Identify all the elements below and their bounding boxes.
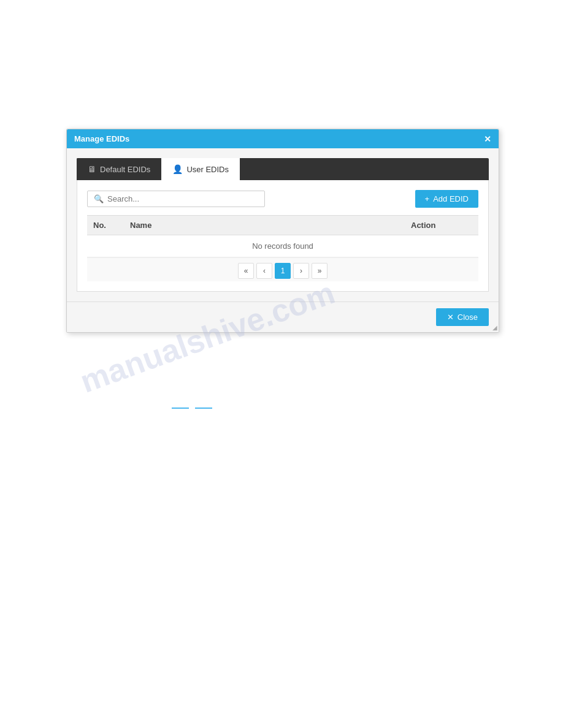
page-background: manualshive.com Manage EDIDs ✕ 🖥 Default… [0, 0, 563, 728]
table-body: No records found [87, 235, 478, 257]
tab-content: 🔍 + Add EDID No. Name Action [77, 180, 489, 292]
close-button[interactable]: ✕ Close [436, 308, 489, 326]
col-action: Action [405, 216, 478, 235]
modal-close-button[interactable]: ✕ [484, 135, 491, 143]
modal-title: Manage EDIDs [74, 134, 129, 143]
modal-header: Manage EDIDs ✕ [67, 129, 499, 148]
modal-footer: ✕ Close [67, 301, 499, 332]
col-name: Name [124, 216, 405, 235]
pagination-page-1-button[interactable]: 1 [275, 263, 291, 279]
search-icon: 🔍 [94, 194, 104, 203]
add-edid-button[interactable]: + Add EDID [415, 190, 478, 208]
empty-message: No records found [87, 235, 478, 257]
pagination-last-button[interactable]: » [312, 263, 327, 279]
table-header-row: No. Name Action [87, 216, 478, 235]
tab-user-edids-label: User EDIDs [186, 165, 229, 174]
edid-table: No. Name Action No records found [87, 215, 478, 257]
user-icon: 👤 [172, 164, 183, 174]
pagination-prev-button[interactable]: ‹ [256, 263, 272, 279]
pagination-next-button[interactable]: › [293, 263, 309, 279]
table-header: No. Name Action [87, 216, 478, 235]
search-input[interactable] [107, 194, 258, 203]
manage-edids-modal: Manage EDIDs ✕ 🖥 Default EDIDs 👤 User ED… [66, 129, 499, 333]
table-row-empty: No records found [87, 235, 478, 257]
tab-user-edids[interactable]: 👤 User EDIDs [161, 158, 240, 180]
pagination: « ‹ 1 › » [87, 257, 478, 281]
pagination-first-button[interactable]: « [238, 263, 254, 279]
tab-default-edids[interactable]: 🖥 Default EDIDs [77, 158, 161, 180]
tabs-bar: 🖥 Default EDIDs 👤 User EDIDs [77, 158, 489, 180]
add-edid-label: Add EDID [433, 194, 469, 203]
underline-1 [172, 408, 189, 409]
monitor-icon: 🖥 [88, 164, 96, 174]
search-add-row: 🔍 + Add EDID [87, 190, 478, 208]
underline-2 [195, 408, 212, 409]
close-x-icon: ✕ [447, 313, 454, 322]
tab-default-edids-label: Default EDIDs [100, 165, 150, 174]
plus-icon: + [425, 194, 430, 203]
decorative-underlines [172, 408, 212, 409]
resize-handle[interactable]: ◢ [491, 325, 499, 332]
close-label: Close [458, 313, 478, 322]
search-box: 🔍 [87, 191, 265, 207]
col-no: No. [87, 216, 124, 235]
modal-body: 🖥 Default EDIDs 👤 User EDIDs 🔍 [67, 148, 499, 301]
